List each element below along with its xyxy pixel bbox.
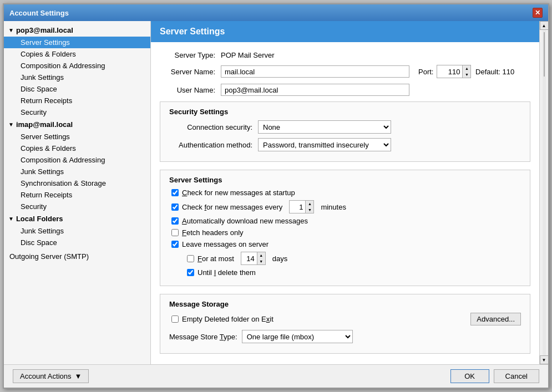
check-startup-checkbox[interactable] bbox=[171, 189, 179, 196]
for-at-most-decrement[interactable]: ▼ bbox=[257, 258, 265, 264]
username-row: User Name: bbox=[160, 84, 530, 96]
sidebar-item-junk-local[interactable]: Junk Settings bbox=[4, 225, 150, 237]
leave-messages-row: Leave messages on server bbox=[169, 240, 521, 248]
auth-method-row: Authentication method: Password, transmi… bbox=[169, 138, 521, 151]
check-every-spinbox[interactable]: ▲ ▼ bbox=[289, 200, 314, 213]
check-every-label: Check for new messages every bbox=[182, 203, 282, 211]
sidebar-item-copies-folders-pop3[interactable]: Copies & Folders bbox=[4, 48, 150, 60]
for-at-most-label: For at most bbox=[197, 254, 234, 263]
empty-deleted-label: Empty Deleted folder on Exit bbox=[182, 315, 274, 323]
default-value: 110 bbox=[503, 68, 515, 76]
account-name-local: Local Folders bbox=[16, 215, 63, 223]
scrollbar-thumb[interactable] bbox=[544, 32, 545, 77]
title-bar: Account Settings ✕ bbox=[4, 4, 548, 21]
server-name-input[interactable] bbox=[221, 65, 409, 78]
until-delete-checkbox[interactable] bbox=[187, 269, 194, 276]
leave-messages-label: Leave messages on server bbox=[182, 240, 269, 248]
auto-download-checkbox[interactable] bbox=[171, 217, 179, 225]
port-label: Port: bbox=[418, 68, 433, 76]
security-settings-title: Security Settings bbox=[169, 108, 521, 116]
content-header: Server Settings bbox=[151, 21, 539, 42]
message-storage-title: Message Storage bbox=[169, 300, 521, 308]
for-at-most-input[interactable] bbox=[241, 252, 257, 264]
sidebar-item-server-settings-pop3[interactable]: Server Settings bbox=[4, 37, 150, 48]
account-actions-button[interactable]: Account Actions ▼ bbox=[13, 369, 89, 383]
right-panel: Server Settings Server Type: POP Mail Se… bbox=[151, 21, 548, 364]
close-button[interactable]: ✕ bbox=[533, 8, 543, 18]
server-settings-section: Server Settings Check for new messages a… bbox=[160, 170, 530, 286]
sidebar-account-pop3[interactable]: ▼ pop3@mail.local bbox=[4, 24, 150, 37]
security-settings-section: Security Settings Connection security: N… bbox=[160, 101, 530, 162]
advanced-button[interactable]: Advanced... bbox=[470, 313, 521, 325]
content-body: Server Type: POP Mail Server Server Name… bbox=[151, 42, 539, 364]
sidebar-item-composition-imap[interactable]: Composition & Addressing bbox=[4, 154, 150, 166]
cancel-button[interactable]: Cancel bbox=[494, 369, 539, 383]
sidebar-item-receipts-imap[interactable]: Return Receipts bbox=[4, 189, 150, 201]
check-every-checkbox[interactable] bbox=[171, 203, 179, 211]
arrow-icon: ▼ bbox=[8, 27, 14, 33]
sidebar-item-sync-imap[interactable]: Synchronisation & Storage bbox=[4, 177, 150, 189]
sidebar-item-junk-imap[interactable]: Junk Settings bbox=[4, 166, 150, 177]
scroll-up-button[interactable]: ▲ bbox=[540, 21, 549, 30]
sidebar-item-security-imap[interactable]: Security bbox=[4, 201, 150, 212]
server-type-label: Server Type: bbox=[160, 51, 221, 59]
default-label: Default: bbox=[473, 68, 502, 76]
scroll-down-button[interactable]: ▼ bbox=[540, 355, 549, 364]
check-every-increment[interactable]: ▲ bbox=[306, 201, 313, 207]
store-type-label: Message Store Type: bbox=[169, 333, 237, 341]
auto-download-row: Automatically download new messages bbox=[169, 217, 521, 225]
account-settings-dialog: Account Settings ✕ ▼ pop3@mail.local Ser… bbox=[3, 3, 549, 389]
port-spinbox-buttons: ▲ ▼ bbox=[462, 65, 470, 78]
connection-security-row: Connection security: None SSL/TLS STARTT… bbox=[169, 120, 521, 134]
port-spinbox[interactable]: ▲ ▼ bbox=[437, 65, 471, 78]
empty-deleted-checkbox[interactable] bbox=[171, 315, 179, 323]
sidebar-account-local[interactable]: ▼ Local Folders bbox=[4, 212, 150, 225]
vertical-scrollbar[interactable]: ▲ ▼ bbox=[539, 21, 548, 364]
connection-security-label: Connection security: bbox=[169, 123, 258, 131]
check-every-spinbox-buttons: ▲ ▼ bbox=[305, 201, 313, 213]
dialog-title: Account Settings bbox=[9, 9, 69, 17]
for-at-most-unit: days bbox=[272, 254, 287, 263]
sidebar: ▼ pop3@mail.local Server Settings Copies… bbox=[4, 21, 151, 364]
for-at-most-increment[interactable]: ▲ bbox=[257, 252, 265, 258]
sidebar-item-junk-pop3[interactable]: Junk Settings bbox=[4, 72, 150, 83]
auth-method-select[interactable]: Password, transmitted insecurely Normal … bbox=[258, 138, 391, 151]
fetch-headers-checkbox[interactable] bbox=[171, 229, 179, 236]
fetch-headers-row: Fetch headers only bbox=[169, 228, 521, 237]
check-every-decrement[interactable]: ▼ bbox=[306, 207, 313, 213]
ok-button[interactable]: OK bbox=[450, 369, 489, 383]
server-type-value: POP Mail Server bbox=[221, 51, 275, 59]
for-at-most-checkbox[interactable] bbox=[187, 255, 194, 262]
check-startup-label: Check for new messages at startup bbox=[182, 189, 295, 197]
sidebar-item-composition-pop3[interactable]: Composition & Addressing bbox=[4, 60, 150, 72]
sidebar-item-disc-local[interactable]: Disc Space bbox=[4, 237, 150, 248]
store-type-row: Message Store Type: One large file (mbox… bbox=[169, 330, 521, 343]
sidebar-item-receipts-pop3[interactable]: Return Receipts bbox=[4, 95, 150, 106]
sidebar-item-outgoing-smtp[interactable]: Outgoing Server (SMTP) bbox=[4, 251, 150, 262]
until-delete-label: Until I delete them bbox=[197, 268, 256, 277]
for-at-most-spinbox[interactable]: ▲ ▼ bbox=[241, 252, 266, 265]
store-type-select[interactable]: One large file (mbox) File per message (… bbox=[242, 330, 353, 343]
for-at-most-spinbox-buttons: ▲ ▼ bbox=[257, 252, 265, 264]
connection-security-select[interactable]: None SSL/TLS STARTTLS bbox=[258, 120, 391, 134]
sidebar-account-imap[interactable]: ▼ imap@mail.local bbox=[4, 118, 150, 131]
sidebar-item-security-pop3[interactable]: Security bbox=[4, 106, 150, 118]
server-name-row: Server Name: Port: ▲ ▼ Default: 110 bbox=[160, 65, 530, 78]
username-input[interactable] bbox=[221, 84, 409, 96]
arrow-icon-imap: ▼ bbox=[8, 121, 14, 128]
fetch-headers-label: Fetch headers only bbox=[182, 228, 244, 237]
leave-messages-checkbox[interactable] bbox=[171, 241, 179, 248]
arrow-icon-local: ▼ bbox=[8, 216, 14, 222]
port-increment-button[interactable]: ▲ bbox=[463, 65, 470, 72]
dialog-body: ▼ pop3@mail.local Server Settings Copies… bbox=[4, 21, 548, 364]
server-type-row: Server Type: POP Mail Server bbox=[160, 51, 530, 59]
server-settings-title: Server Settings bbox=[169, 176, 521, 184]
main-content: Server Settings Server Type: POP Mail Se… bbox=[151, 21, 539, 364]
port-input[interactable] bbox=[437, 65, 462, 78]
check-every-input[interactable] bbox=[290, 201, 305, 213]
scrollbar-track bbox=[543, 30, 546, 355]
port-decrement-button[interactable]: ▼ bbox=[463, 72, 470, 78]
sidebar-item-server-settings-imap[interactable]: Server Settings bbox=[4, 131, 150, 142]
sidebar-item-disc-pop3[interactable]: Disc Space bbox=[4, 83, 150, 95]
sidebar-item-copies-folders-imap[interactable]: Copies & Folders bbox=[4, 142, 150, 154]
